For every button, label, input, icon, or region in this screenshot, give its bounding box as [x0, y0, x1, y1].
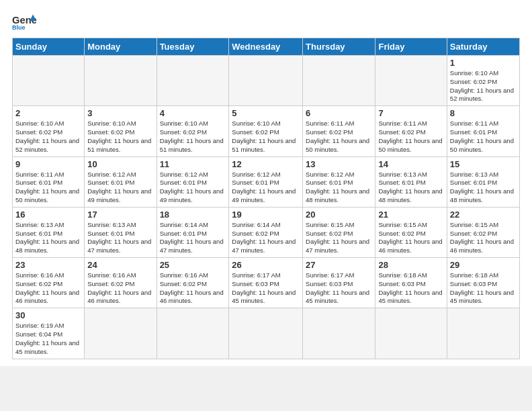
day-number: 29 [450, 260, 517, 270]
week-row-0: 1Sunrise: 6:10 AMSunset: 6:02 PMDaylight… [13, 56, 520, 106]
day-cell [229, 308, 303, 359]
day-number: 30 [15, 310, 81, 320]
day-info: Sunrise: 6:14 AMSunset: 6:01 PMDaylight:… [160, 221, 226, 255]
week-row-5: 30Sunrise: 6:19 AMSunset: 6:04 PMDayligh… [13, 308, 520, 359]
day-info: Sunrise: 6:17 AMSunset: 6:03 PMDaylight:… [232, 271, 300, 306]
week-row-3: 16Sunrise: 6:13 AMSunset: 6:01 PMDayligh… [13, 207, 520, 257]
day-cell: 14Sunrise: 6:13 AMSunset: 6:01 PMDayligh… [375, 156, 447, 207]
weekday-header-tuesday: Tuesday [157, 38, 229, 56]
day-info: Sunrise: 6:13 AMSunset: 6:01 PMDaylight:… [87, 221, 153, 255]
day-cell [375, 56, 447, 106]
day-info: Sunrise: 6:18 AMSunset: 6:03 PMDaylight:… [450, 271, 517, 306]
day-cell [229, 56, 303, 106]
day-cell [157, 308, 229, 359]
day-number: 15 [450, 159, 517, 169]
day-cell [375, 308, 447, 359]
day-cell: 26Sunrise: 6:17 AMSunset: 6:03 PMDayligh… [229, 258, 303, 308]
day-cell: 10Sunrise: 6:12 AMSunset: 6:01 PMDayligh… [85, 156, 157, 207]
day-cell: 23Sunrise: 6:16 AMSunset: 6:02 PMDayligh… [13, 258, 85, 308]
calendar-table: SundayMondayTuesdayWednesdayThursdayFrid… [12, 38, 520, 359]
day-cell [85, 308, 157, 359]
day-cell: 13Sunrise: 6:12 AMSunset: 6:01 PMDayligh… [303, 156, 375, 207]
day-cell: 12Sunrise: 6:12 AMSunset: 6:01 PMDayligh… [229, 156, 303, 207]
day-number: 8 [450, 108, 517, 118]
day-number: 21 [378, 210, 443, 220]
day-info: Sunrise: 6:12 AMSunset: 6:01 PMDaylight:… [232, 171, 300, 205]
day-info: Sunrise: 6:12 AMSunset: 6:01 PMDaylight:… [306, 171, 372, 205]
day-number: 3 [87, 108, 153, 118]
weekday-header-monday: Monday [85, 38, 157, 56]
day-info: Sunrise: 6:16 AMSunset: 6:02 PMDaylight:… [160, 271, 226, 306]
day-cell: 9Sunrise: 6:11 AMSunset: 6:01 PMDaylight… [13, 156, 85, 207]
day-number: 27 [306, 260, 372, 270]
day-number: 9 [15, 159, 81, 169]
day-number: 20 [306, 210, 372, 220]
day-info: Sunrise: 6:10 AMSunset: 6:02 PMDaylight:… [160, 120, 226, 154]
day-cell: 1Sunrise: 6:10 AMSunset: 6:02 PMDaylight… [447, 56, 519, 106]
day-info: Sunrise: 6:16 AMSunset: 6:02 PMDaylight:… [87, 271, 153, 306]
day-number: 17 [87, 210, 153, 220]
day-cell: 25Sunrise: 6:16 AMSunset: 6:02 PMDayligh… [157, 258, 229, 308]
day-info: Sunrise: 6:12 AMSunset: 6:01 PMDaylight:… [87, 171, 153, 205]
day-cell: 19Sunrise: 6:14 AMSunset: 6:02 PMDayligh… [229, 207, 303, 257]
day-cell: 22Sunrise: 6:15 AMSunset: 6:02 PMDayligh… [447, 207, 519, 257]
week-row-1: 2Sunrise: 6:10 AMSunset: 6:02 PMDaylight… [13, 106, 520, 156]
day-cell: 11Sunrise: 6:12 AMSunset: 6:01 PMDayligh… [157, 156, 229, 207]
header: General Blue [12, 12, 520, 32]
day-cell [157, 56, 229, 106]
day-info: Sunrise: 6:19 AMSunset: 6:04 PMDaylight:… [15, 322, 81, 356]
day-number: 12 [232, 159, 300, 169]
day-number: 28 [378, 260, 443, 270]
day-number: 18 [160, 210, 226, 220]
day-cell [303, 56, 375, 106]
day-info: Sunrise: 6:13 AMSunset: 6:01 PMDaylight:… [450, 171, 517, 205]
day-number: 14 [378, 159, 443, 169]
day-number: 13 [306, 159, 372, 169]
day-number: 24 [87, 260, 153, 270]
day-cell: 16Sunrise: 6:13 AMSunset: 6:01 PMDayligh… [13, 207, 85, 257]
day-cell [447, 308, 519, 359]
day-cell: 15Sunrise: 6:13 AMSunset: 6:01 PMDayligh… [447, 156, 519, 207]
day-cell: 6Sunrise: 6:11 AMSunset: 6:02 PMDaylight… [303, 106, 375, 156]
day-cell: 5Sunrise: 6:10 AMSunset: 6:02 PMDaylight… [229, 106, 303, 156]
day-number: 19 [232, 210, 300, 220]
day-number: 5 [232, 108, 300, 118]
weekday-header-wednesday: Wednesday [229, 38, 303, 56]
day-cell: 4Sunrise: 6:10 AMSunset: 6:02 PMDaylight… [157, 106, 229, 156]
day-info: Sunrise: 6:11 AMSunset: 6:01 PMDaylight:… [15, 171, 81, 205]
weekday-header-thursday: Thursday [303, 38, 375, 56]
day-number: 6 [306, 108, 372, 118]
day-info: Sunrise: 6:11 AMSunset: 6:01 PMDaylight:… [450, 120, 517, 154]
day-cell: 29Sunrise: 6:18 AMSunset: 6:03 PMDayligh… [447, 258, 519, 308]
day-cell: 7Sunrise: 6:11 AMSunset: 6:02 PMDaylight… [375, 106, 447, 156]
day-info: Sunrise: 6:12 AMSunset: 6:01 PMDaylight:… [160, 171, 226, 205]
weekday-header-sunday: Sunday [13, 38, 85, 56]
weekday-header-saturday: Saturday [447, 38, 519, 56]
day-cell: 30Sunrise: 6:19 AMSunset: 6:04 PMDayligh… [13, 308, 85, 359]
day-cell: 28Sunrise: 6:18 AMSunset: 6:03 PMDayligh… [375, 258, 447, 308]
day-info: Sunrise: 6:10 AMSunset: 6:02 PMDaylight:… [15, 120, 81, 154]
day-cell: 18Sunrise: 6:14 AMSunset: 6:01 PMDayligh… [157, 207, 229, 257]
day-number: 10 [87, 159, 153, 169]
day-info: Sunrise: 6:15 AMSunset: 6:02 PMDaylight:… [306, 221, 372, 255]
calendar-page: General Blue SundayMondayTuesdayWednesda… [0, 0, 532, 366]
logo-icon: General Blue [12, 12, 36, 32]
day-number: 7 [378, 108, 443, 118]
week-row-4: 23Sunrise: 6:16 AMSunset: 6:02 PMDayligh… [13, 258, 520, 308]
day-info: Sunrise: 6:14 AMSunset: 6:02 PMDaylight:… [232, 221, 300, 255]
weekday-header-friday: Friday [375, 38, 447, 56]
weekday-header-row: SundayMondayTuesdayWednesdayThursdayFrid… [13, 38, 520, 56]
day-info: Sunrise: 6:13 AMSunset: 6:01 PMDaylight:… [378, 171, 443, 205]
day-info: Sunrise: 6:16 AMSunset: 6:02 PMDaylight:… [15, 271, 81, 306]
week-row-2: 9Sunrise: 6:11 AMSunset: 6:01 PMDaylight… [13, 156, 520, 207]
day-info: Sunrise: 6:18 AMSunset: 6:03 PMDaylight:… [378, 271, 443, 306]
day-cell: 21Sunrise: 6:15 AMSunset: 6:02 PMDayligh… [375, 207, 447, 257]
day-number: 11 [160, 159, 226, 169]
day-number: 16 [15, 210, 81, 220]
day-cell: 2Sunrise: 6:10 AMSunset: 6:02 PMDaylight… [13, 106, 85, 156]
logo: General Blue [12, 12, 34, 32]
day-info: Sunrise: 6:13 AMSunset: 6:01 PMDaylight:… [15, 221, 81, 255]
day-cell [85, 56, 157, 106]
day-number: 1 [450, 58, 517, 68]
day-info: Sunrise: 6:11 AMSunset: 6:02 PMDaylight:… [306, 120, 372, 154]
